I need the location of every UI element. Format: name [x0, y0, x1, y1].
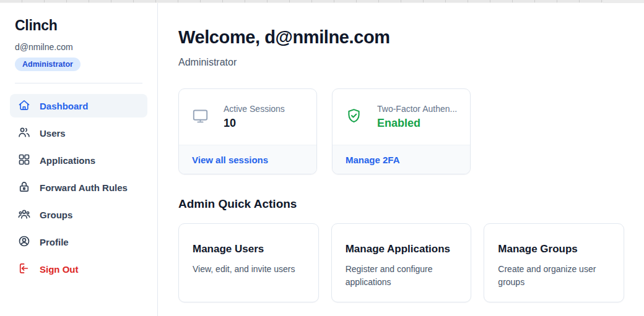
sidebar-item-users[interactable]: Users: [10, 121, 147, 145]
manage-applications-card[interactable]: Manage Applications Register and configu…: [331, 223, 472, 302]
admin-dashboard-screen: Clinch d@nmilne.com Administrator Dashbo…: [0, 0, 644, 316]
stat-card-footer: View all sessions: [179, 145, 316, 174]
home-icon: [18, 99, 30, 113]
apps-grid-icon: [18, 153, 30, 168]
two-factor-card: Two-Factor Authen... Enabled Manage 2FA: [332, 88, 471, 174]
sidebar: Clinch d@nmilne.com Administrator Dashbo…: [0, 3, 158, 316]
sidebar-item-groups[interactable]: Groups: [10, 203, 147, 226]
view-all-sessions-link[interactable]: View all sessions: [192, 155, 268, 165]
sidebar-item-sign-out[interactable]: Sign Out: [10, 257, 147, 281]
sidebar-item-applications[interactable]: Applications: [10, 148, 147, 172]
action-card-title: Manage Users: [193, 243, 305, 255]
user-email: d@nmilne.com: [15, 42, 142, 52]
sidebar-item-label: Groups: [40, 210, 72, 220]
lock-icon: [18, 181, 30, 195]
main-content: Welcome, d@nmilne.com Administrator Acti…: [159, 3, 644, 316]
quick-actions-row: Manage Users View, edit, and invite user…: [178, 223, 624, 302]
manage-2fa-link[interactable]: Manage 2FA: [346, 155, 400, 165]
sidebar-item-label: Sign Out: [40, 264, 79, 275]
stat-card-footer: Manage 2FA: [333, 145, 470, 174]
sidebar-item-profile[interactable]: Profile: [10, 230, 147, 254]
sidebar-item-forward-auth-rules[interactable]: Forward Auth Rules: [10, 176, 147, 199]
action-card-title: Manage Applications: [346, 243, 458, 255]
users-icon: [18, 126, 30, 140]
page-subtitle: Administrator: [178, 57, 624, 68]
sidebar-nav: Dashboard Users Applications Forward Aut…: [10, 94, 147, 281]
active-sessions-card: Active Sessions 10 View all sessions: [178, 88, 317, 174]
action-card-description: View, edit, and invite users: [193, 263, 305, 276]
stat-value: 10: [224, 117, 285, 130]
stats-row: Active Sessions 10 View all sessions Two…: [178, 88, 624, 174]
role-badge: Administrator: [15, 58, 80, 71]
sidebar-item-label: Users: [40, 128, 66, 139]
sign-out-icon: [18, 262, 30, 276]
stat-label: Active Sessions: [224, 104, 285, 114]
app-logo: Clinch: [15, 17, 142, 34]
sidebar-item-label: Applications: [40, 155, 95, 166]
user-group-icon: [18, 208, 30, 222]
stat-label: Two-Factor Authen...: [377, 104, 457, 114]
manage-users-card[interactable]: Manage Users View, edit, and invite user…: [178, 223, 319, 302]
manage-groups-card[interactable]: Manage Groups Create and organize user g…: [484, 223, 624, 302]
stat-value: Enabled: [377, 117, 457, 130]
sidebar-divider: [15, 83, 142, 83]
sidebar-item-label: Dashboard: [40, 101, 88, 111]
action-card-description: Register and configure applications: [346, 263, 458, 289]
action-card-description: Create and organize user groups: [498, 263, 610, 289]
quick-actions-heading: Admin Quick Actions: [178, 197, 624, 211]
sidebar-item-label: Forward Auth Rules: [40, 182, 128, 193]
monitor-icon: [192, 108, 209, 127]
sidebar-item-dashboard[interactable]: Dashboard: [10, 94, 147, 117]
sidebar-item-label: Profile: [40, 237, 69, 247]
user-circle-icon: [18, 235, 30, 249]
page-title: Welcome, d@nmilne.com: [178, 27, 624, 48]
shield-check-icon: [346, 108, 362, 127]
action-card-title: Manage Groups: [498, 243, 610, 255]
